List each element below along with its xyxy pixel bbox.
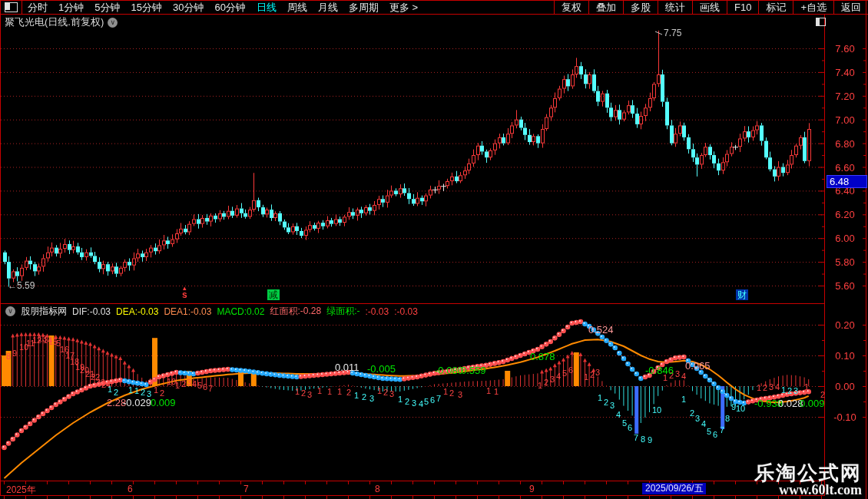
- indicator-header[interactable]: ∨ 股朋指标网DIF:-0.03DEA:-0.03DEA1:-0.03MACD:…: [2, 306, 423, 317]
- indicator-value-label: -0.029: [123, 398, 151, 408]
- count-label: 7: [720, 426, 724, 435]
- indicator-value-label: 0.524: [588, 325, 614, 335]
- period-tab-30分钟[interactable]: 30分钟: [167, 1, 209, 15]
- chart-annotation: s: [182, 290, 187, 299]
- date-axis-label: 2025年: [6, 484, 36, 497]
- chart-annotation: 财: [736, 289, 748, 300]
- period-tab-60分钟[interactable]: 60分钟: [209, 1, 250, 15]
- count-label: 8: [641, 435, 645, 444]
- count-label: 2: [383, 388, 388, 397]
- action-buttons: 复权叠加多股统计画线F10标记+自选返回: [554, 1, 868, 14]
- count-label: 6: [203, 383, 207, 392]
- count-label: 10: [652, 406, 661, 415]
- count-label: 2: [362, 393, 366, 402]
- indicator-header-item: :-0.03: [365, 306, 389, 317]
- current-price-tag: 6.48: [827, 175, 867, 188]
- title-dropdown-icon[interactable]: ∨: [108, 18, 118, 28]
- period-tab-日线[interactable]: 日线: [251, 1, 282, 15]
- period-tab-分时[interactable]: 分时: [22, 1, 53, 15]
- count-label: 3: [389, 390, 394, 398]
- indicator-header-item: :-0.03: [394, 306, 418, 317]
- count-label: 1: [443, 388, 448, 396]
- indicator-value-label: -0.005: [367, 364, 396, 374]
- period-tab-多周期[interactable]: 多周期: [343, 1, 384, 15]
- watermark-url: www.60lt.com: [754, 483, 862, 497]
- indicator-value-label: -0.080: [435, 365, 463, 375]
- count-label: 8: [6, 352, 11, 361]
- chart-canvas[interactable]: [0, 0, 868, 499]
- count-label: 10: [736, 405, 745, 413]
- count-label: 1: [398, 395, 403, 404]
- count-label: 5: [707, 428, 711, 436]
- toolbar-button-复权[interactable]: 复权: [554, 1, 588, 14]
- count-label: 1: [804, 383, 809, 392]
- watermark: 乐淘公式网 www.60lt.com: [754, 463, 862, 497]
- period-tab-月线[interactable]: 月线: [313, 1, 343, 15]
- price-axis-label: 7.60: [826, 43, 864, 55]
- count-label: 6: [628, 424, 632, 432]
- pane-toggle-icon[interactable]: [816, 18, 826, 26]
- count-label: 7: [634, 434, 638, 442]
- count-label: 3: [769, 383, 774, 392]
- count-label: 6: [713, 431, 717, 439]
- count-label: 1: [154, 386, 158, 395]
- count-label: 6: [568, 366, 573, 375]
- period-tab-5分钟[interactable]: 5分钟: [89, 1, 125, 15]
- period-tab-更多 >[interactable]: 更多 >: [384, 1, 423, 15]
- toolbar-button-+自选[interactable]: +自选: [793, 1, 833, 14]
- count-label: 2: [604, 398, 608, 407]
- window-split-icon[interactable]: [5, 2, 18, 12]
- indicator-value-label: 0.011: [335, 362, 359, 372]
- indicator-dropdown-icon[interactable]: ∨: [5, 306, 15, 316]
- toolbar-button-画线[interactable]: 画线: [692, 1, 727, 14]
- count-label: 2: [141, 388, 145, 397]
- period-tab-15分钟[interactable]: 15分钟: [125, 1, 167, 15]
- current-date-tag: 2025/09/26/五: [642, 483, 706, 494]
- count-label: 1: [337, 388, 342, 396]
- chart-annotation: 减: [267, 289, 280, 300]
- count-label: 4: [775, 383, 780, 392]
- count-label: 2: [690, 409, 694, 418]
- count-label: 2: [449, 389, 454, 398]
- toolbar-button-F10[interactable]: F10: [727, 1, 758, 14]
- count-label: 7: [436, 395, 441, 403]
- chart-annotation: 7.75: [664, 28, 681, 38]
- price-axis-label: 5.80: [826, 256, 864, 268]
- price-axis-label: 7.40: [826, 67, 864, 78]
- toolbar-button-多股[interactable]: 多股: [623, 1, 658, 14]
- indicator-value-label: 0.009: [800, 398, 825, 408]
- price-axis-label: 6.60: [826, 162, 864, 173]
- toolbar-button-返回[interactable]: 返回: [833, 1, 868, 14]
- toolbar-button-标记[interactable]: 标记: [758, 1, 793, 14]
- count-label: 4: [701, 420, 706, 428]
- count-label: 1: [128, 386, 133, 395]
- count-label: 4: [616, 411, 621, 419]
- indicator-value-label: -0.846: [645, 365, 674, 375]
- period-tab-周线[interactable]: 周线: [282, 1, 313, 15]
- count-label: 2: [763, 384, 767, 392]
- count-label: 3: [695, 415, 700, 423]
- count-label: 1: [781, 386, 786, 395]
- indicator-value-label: 0.009: [151, 398, 176, 408]
- indicator-header-item: DEA:-0.03: [116, 306, 158, 317]
- date-axis-label: 8: [375, 484, 380, 494]
- count-label: 3: [610, 402, 615, 410]
- period-tab-1分钟[interactable]: 1分钟: [53, 1, 89, 15]
- count-label: 1: [175, 382, 180, 390]
- count-label: 1: [317, 387, 322, 395]
- indicator-value-label: 0.559: [461, 365, 486, 375]
- top-toolbar: 分时1分钟5分钟15分钟30分钟60分钟日线周线月线多周期更多 > 复权叠加多股…: [0, 0, 868, 15]
- price-axis-label: 7.20: [826, 91, 864, 102]
- count-label: 1: [327, 388, 332, 396]
- date-axis-label: 7: [244, 484, 249, 494]
- count-label: 2: [346, 388, 351, 397]
- count-label: 1: [108, 385, 112, 394]
- price-axis-label: 6.20: [826, 209, 864, 220]
- count-label: 5: [562, 369, 567, 378]
- count-label: 2: [590, 371, 595, 379]
- count-label: 5: [197, 382, 202, 390]
- count-label: 9: [648, 436, 652, 444]
- toolbar-button-叠加[interactable]: 叠加: [588, 1, 623, 14]
- toolbar-button-统计[interactable]: 统计: [658, 1, 692, 14]
- count-label: 3: [675, 370, 680, 378]
